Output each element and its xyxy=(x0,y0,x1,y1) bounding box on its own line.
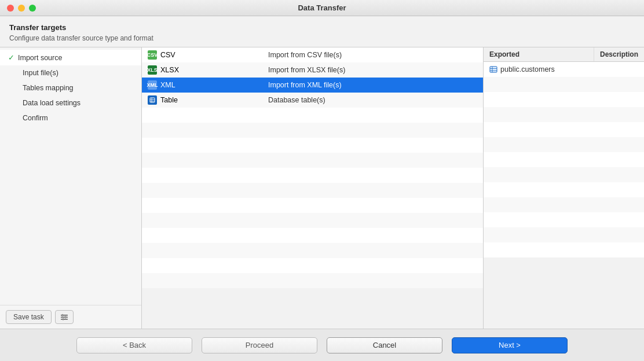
proceed-button[interactable]: Proceed xyxy=(202,337,317,353)
exp-empty-2 xyxy=(484,92,644,107)
source-desc-csv: Import from CSV file(s) xyxy=(268,51,477,59)
next-button[interactable]: Next > xyxy=(452,337,568,353)
source-row-empty-9 xyxy=(142,228,483,243)
window-controls xyxy=(7,5,36,12)
nav-label-import-source: Import source xyxy=(18,54,62,62)
source-row-empty-7 xyxy=(142,198,483,213)
csv-icon: CSV xyxy=(148,50,157,60)
exported-row-customers[interactable]: public.customers xyxy=(484,62,644,77)
source-row-empty-6 xyxy=(142,183,483,198)
xml-icon: XML xyxy=(148,80,157,90)
source-row-empty-10 xyxy=(142,243,483,258)
exported-name-text: public.customers xyxy=(500,65,555,73)
exp-empty-1 xyxy=(484,77,644,92)
nav-label-data-load-settings: Data load settings xyxy=(23,99,80,107)
source-row-empty-2 xyxy=(142,123,483,138)
maximize-button[interactable] xyxy=(29,5,36,12)
svg-point-4 xyxy=(65,316,66,318)
svg-point-3 xyxy=(62,315,63,316)
source-row-csv[interactable]: CSV CSV Import from CSV file(s) xyxy=(142,47,483,62)
window-title: Data Transfer xyxy=(298,3,346,12)
source-list-items: CSV CSV Import from CSV file(s) XLS XLSX… xyxy=(142,47,483,329)
exp-empty-3 xyxy=(484,107,644,122)
source-row-xml[interactable]: XML XML Import from XML file(s) xyxy=(142,78,483,93)
sidebar-item-data-load-settings[interactable]: Data load settings xyxy=(0,95,141,110)
source-row-xlsx[interactable]: XLS XLSX Import from XLSX file(s) xyxy=(142,62,483,78)
close-button[interactable] xyxy=(7,5,14,12)
sidebar: ✓ Import source Input file(s) Tables map… xyxy=(0,47,142,329)
sidebar-item-import-source[interactable]: ✓ Import source xyxy=(0,50,141,65)
source-row-table[interactable]: Table Database table(s) xyxy=(142,93,483,108)
source-name-xlsx: XLS XLSX xyxy=(148,65,264,75)
source-name-table: Table xyxy=(148,95,264,105)
svg-rect-1 xyxy=(61,317,68,318)
minimize-button[interactable] xyxy=(18,5,25,12)
table-schema-icon xyxy=(489,65,497,73)
source-name-csv: CSV CSV xyxy=(148,50,264,60)
source-row-empty-8 xyxy=(142,213,483,228)
exported-rows: public.customers xyxy=(484,62,644,329)
config-icon-button[interactable] xyxy=(55,310,74,324)
exp-empty-5 xyxy=(484,137,644,152)
bottom-bar: < Back Proceed Cancel Next > xyxy=(0,329,644,361)
header-subtitle: Configure data transfer source type and … xyxy=(9,34,635,42)
source-row-empty-12 xyxy=(142,273,483,288)
nav-label-input-files: Input file(s) xyxy=(23,69,58,77)
source-desc-xlsx: Import from XLSX file(s) xyxy=(268,66,477,74)
main-panel: CSV CSV Import from CSV file(s) XLS XLSX… xyxy=(142,47,644,329)
header-section: Transfer targets Configure data transfer… xyxy=(0,16,644,47)
header-title: Transfer targets xyxy=(9,23,635,32)
sidebar-item-input-files[interactable]: Input file(s) xyxy=(0,65,141,80)
config-icon xyxy=(60,313,68,321)
table-icon xyxy=(148,95,157,105)
exported-panel: Exported Description xyxy=(484,47,644,329)
xlsx-icon: XLS xyxy=(148,65,157,75)
save-task-button[interactable]: Save task xyxy=(6,310,52,324)
exp-empty-11 xyxy=(484,227,644,242)
nav-label-tables-mapping: Tables mapping xyxy=(23,84,74,92)
exported-header: Exported Description xyxy=(484,47,644,62)
back-button[interactable]: < Back xyxy=(76,337,192,353)
exported-cell-name: public.customers xyxy=(489,65,605,73)
sidebar-item-confirm[interactable]: Confirm xyxy=(0,110,141,126)
source-row-empty-5 xyxy=(142,168,483,183)
exported-col-header: Exported xyxy=(484,47,594,61)
source-name-xml: XML XML xyxy=(148,80,264,90)
exp-empty-10 xyxy=(484,212,644,227)
svg-rect-2 xyxy=(61,319,68,320)
svg-rect-10 xyxy=(490,67,497,72)
source-row-empty-4 xyxy=(142,153,483,168)
description-col-header: Description xyxy=(594,47,644,61)
exp-empty-6 xyxy=(484,152,644,167)
source-row-empty-11 xyxy=(142,258,483,273)
content-area: ✓ Import source Input file(s) Tables map… xyxy=(0,47,644,329)
source-row-empty-1 xyxy=(142,108,483,123)
exp-empty-12 xyxy=(484,242,644,257)
svg-point-5 xyxy=(63,319,64,320)
exp-empty-4 xyxy=(484,122,644,137)
cancel-button[interactable]: Cancel xyxy=(327,337,442,353)
nav-label-confirm: Confirm xyxy=(23,114,48,122)
source-row-empty-3 xyxy=(142,138,483,153)
exp-empty-7 xyxy=(484,167,644,182)
sidebar-nav: ✓ Import source Input file(s) Tables map… xyxy=(0,47,141,305)
check-icon: ✓ xyxy=(8,53,14,62)
exp-empty-8 xyxy=(484,182,644,197)
source-list: CSV CSV Import from CSV file(s) XLS XLSX… xyxy=(142,47,484,329)
sidebar-item-tables-mapping[interactable]: Tables mapping xyxy=(0,80,141,95)
svg-rect-6 xyxy=(150,98,155,102)
source-desc-table: Database table(s) xyxy=(268,96,477,104)
source-desc-xml: Import from XML file(s) xyxy=(268,81,477,89)
main-container: Transfer targets Configure data transfer… xyxy=(0,16,644,361)
sidebar-footer: Save task xyxy=(0,305,141,329)
title-bar: Data Transfer xyxy=(0,0,644,16)
exp-empty-9 xyxy=(484,197,644,212)
